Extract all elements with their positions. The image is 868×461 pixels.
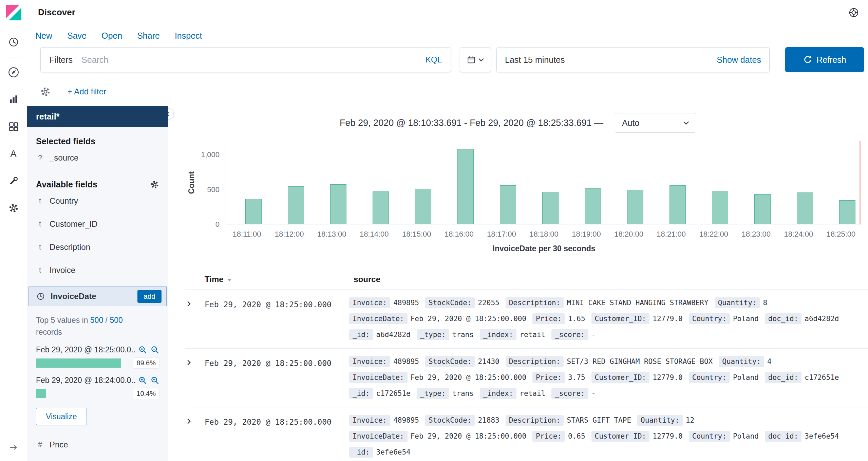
menubar: NewSaveOpenShareInspect xyxy=(27,25,868,45)
expand-row-icon[interactable] xyxy=(185,418,205,425)
field-key-badge: Invoice: xyxy=(349,415,390,426)
apm-letter-icon: A xyxy=(10,149,16,159)
field-item-customer_id[interactable]: tCustomer_ID xyxy=(36,213,159,236)
expand-row-icon[interactable] xyxy=(185,359,205,366)
apm-app-icon[interactable]: A xyxy=(0,140,27,167)
page-title: Discover xyxy=(38,7,75,18)
field-value: 3.75 xyxy=(568,373,585,382)
field-value: 12779.0 xyxy=(653,373,683,382)
field-pair: Price:0.65 xyxy=(532,431,585,442)
fields-bottom: #Price#Quantity xyxy=(36,433,159,461)
field-key-badge: _score: xyxy=(551,388,588,399)
field-key-badge: Customer_ID: xyxy=(591,431,650,442)
zoom-out-icon[interactable] xyxy=(151,346,159,354)
expand-nav-icon[interactable] xyxy=(0,439,27,456)
field-value: retail xyxy=(520,331,545,339)
add-filter-button[interactable]: + Add filter xyxy=(68,87,106,96)
row-source: Invoice:489895StockCode:21430Description… xyxy=(349,356,868,399)
percentage-badge: 89.6% xyxy=(133,358,159,368)
available-fields-gear-icon[interactable] xyxy=(150,180,159,189)
refresh-button[interactable]: Refresh xyxy=(785,47,864,72)
field-value: c172651e xyxy=(376,389,411,398)
date-picker-button[interactable] xyxy=(460,47,491,72)
field-value: 12779.0 xyxy=(653,315,683,323)
table-row: Feb 29, 2020 @ 18:25:00.000Invoice:48989… xyxy=(185,290,868,349)
current-time-marker xyxy=(226,141,862,224)
field-key-badge: _id: xyxy=(349,329,373,340)
records-count-link[interactable]: 500 xyxy=(90,316,103,325)
field-type-icon: t xyxy=(36,266,44,275)
index-pattern-selector[interactable]: retail* xyxy=(27,106,168,127)
recent-icon[interactable] xyxy=(0,29,27,56)
field-pair: _index:retail xyxy=(480,329,545,340)
add-field-button[interactable]: add xyxy=(137,290,162,303)
time-range-value[interactable]: Last 15 minutes xyxy=(505,55,565,65)
discover-app-icon[interactable] xyxy=(0,59,27,86)
x-tick-label: 18:23:00 xyxy=(735,230,777,239)
field-pair: StockCode:21430 xyxy=(425,356,499,367)
field-item-price[interactable]: #Price xyxy=(36,433,159,456)
field-item-quantity[interactable]: #Quantity xyxy=(36,456,159,461)
field-type-icon: t xyxy=(36,220,44,228)
rail-divider xyxy=(6,57,21,57)
sort-descending-icon[interactable] xyxy=(227,279,232,281)
kibana-logo[interactable] xyxy=(0,0,27,25)
zoom-in-icon[interactable] xyxy=(139,376,147,385)
field-type-icon: # xyxy=(36,440,44,449)
expand-row-icon[interactable] xyxy=(185,300,205,308)
field-pair: StockCode:21883 xyxy=(425,415,499,426)
search-input[interactable] xyxy=(81,55,417,65)
zoom-in-icon[interactable] xyxy=(139,346,147,354)
filters-gear-icon[interactable] xyxy=(40,87,51,97)
x-tick-label: 18:15:00 xyxy=(395,230,438,239)
field-key-badge: Description: xyxy=(506,356,564,367)
menu-item-share[interactable]: Share xyxy=(137,31,160,41)
field-value: trans xyxy=(452,331,474,339)
field-value: 489895 xyxy=(393,416,419,424)
x-axis-title: InvoiceDate per 30 seconds xyxy=(226,244,862,253)
field-pair: doc_id:3efe6e54 xyxy=(765,431,839,442)
refresh-button-label: Refresh xyxy=(816,55,846,65)
field-item-invoice[interactable]: tInvoice xyxy=(36,259,159,282)
management-app-icon[interactable] xyxy=(0,195,27,222)
x-tick-label: 18:22:00 xyxy=(693,230,735,239)
field-item-description[interactable]: tDescription xyxy=(36,236,159,259)
field-value: 8 xyxy=(763,299,767,307)
menu-item-new[interactable]: New xyxy=(35,31,52,41)
available-fields-heading: Available fields xyxy=(36,180,97,189)
selected-fields-heading: Selected fields xyxy=(36,136,159,146)
help-icon[interactable] xyxy=(848,7,859,18)
kql-toggle[interactable]: KQL xyxy=(417,55,451,64)
menu-item-inspect[interactable]: Inspect xyxy=(175,31,202,41)
x-tick-label: 18:20:00 xyxy=(608,230,650,239)
field-item-invoicedate[interactable]: InvoiceDate add xyxy=(29,287,167,306)
field-key-badge: StockCode: xyxy=(425,415,475,426)
top-value-row: Feb 29, 2020 @ 18:24:00.0... xyxy=(36,376,159,385)
dashboard-app-icon[interactable] xyxy=(0,113,27,140)
fields-top: tCountrytCustomer_IDtDescriptiontInvoice xyxy=(36,189,159,282)
field-value: - xyxy=(591,331,596,339)
visualize-button[interactable]: Visualize xyxy=(36,408,87,425)
field-item-country[interactable]: tCountry xyxy=(36,189,159,213)
time-column-header[interactable]: Time xyxy=(205,275,224,284)
interval-select[interactable]: Auto xyxy=(615,113,696,133)
histogram-time-range: Feb 29, 2020 @ 18:10:33.691 - Feb 29, 20… xyxy=(340,118,603,128)
x-tick-label: 18:14:00 xyxy=(353,230,395,239)
field-value: - xyxy=(591,389,596,398)
field-value: 489895 xyxy=(393,299,419,307)
field-pair: _id:a6d4282d xyxy=(349,329,411,340)
field-pair: Quantity:8 xyxy=(715,297,767,308)
menu-item-open[interactable]: Open xyxy=(101,31,122,41)
filters-button[interactable]: Filters xyxy=(41,55,81,65)
menu-item-save[interactable]: Save xyxy=(67,31,87,41)
x-tick-label: 18:11:00 xyxy=(226,230,268,239)
field-pair: Invoice:489895 xyxy=(349,297,419,308)
zoom-out-icon[interactable] xyxy=(151,376,159,385)
devtools-app-icon[interactable] xyxy=(0,167,27,195)
records-total-link[interactable]: 500 xyxy=(110,316,122,325)
visualize-app-icon[interactable] xyxy=(0,86,27,113)
field-value: 3efe6e54 xyxy=(805,432,839,440)
field-item-source[interactable]: ? _source xyxy=(36,146,159,169)
field-key-badge: Quantity: xyxy=(637,415,683,426)
show-dates-button[interactable]: Show dates xyxy=(717,55,761,65)
